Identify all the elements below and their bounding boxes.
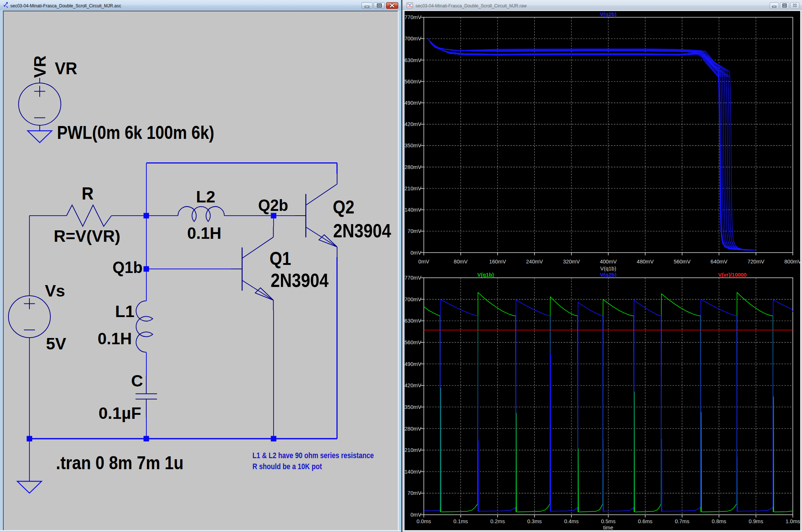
svg-text:0mV: 0mV <box>410 512 421 518</box>
svg-text:320mV: 320mV <box>563 259 580 265</box>
svg-text:210mV: 210mV <box>404 186 421 191</box>
svg-text:560mV: 560mV <box>404 339 421 345</box>
svg-text:490mV: 490mV <box>404 361 421 367</box>
svg-text:280mV: 280mV <box>404 164 421 170</box>
svg-text:0.1ms: 0.1ms <box>453 518 468 524</box>
svg-text:240mV: 240mV <box>526 259 543 265</box>
svg-text:770mV: 770mV <box>404 275 421 281</box>
svg-text:V(q1b): V(q1b) <box>477 272 494 278</box>
svg-text:480mV: 480mV <box>637 259 654 265</box>
svg-text:0.3ms: 0.3ms <box>527 518 542 524</box>
svg-text:0.6ms: 0.6ms <box>638 518 653 524</box>
svg-text:800mV: 800mV <box>784 259 801 265</box>
svg-text:420mV: 420mV <box>404 121 421 127</box>
svg-text:160mV: 160mV <box>489 259 506 265</box>
svg-text:0.4ms: 0.4ms <box>564 518 579 524</box>
svg-text:1.0ms: 1.0ms <box>785 518 800 524</box>
svg-text:560mV: 560mV <box>674 259 691 265</box>
svg-text:490mV: 490mV <box>404 100 421 106</box>
svg-text:280mV: 280mV <box>404 426 421 432</box>
svg-text:140mV: 140mV <box>404 469 421 475</box>
svg-text:0.8ms: 0.8ms <box>712 518 727 524</box>
svg-text:time: time <box>603 525 613 531</box>
svg-text:0.9ms: 0.9ms <box>749 518 763 524</box>
svg-text:350mV: 350mV <box>404 143 421 148</box>
svg-text:630mV: 630mV <box>404 57 421 63</box>
svg-text:700mV: 700mV <box>404 36 421 42</box>
svg-text:640mV: 640mV <box>710 259 727 265</box>
svg-text:0.7ms: 0.7ms <box>675 518 689 524</box>
svg-text:0mV: 0mV <box>418 259 429 265</box>
svg-text:V(vr)/10000: V(vr)/10000 <box>718 272 746 278</box>
svg-text:140mV: 140mV <box>404 207 421 213</box>
svg-text:420mV: 420mV <box>404 382 421 388</box>
svg-text:0.5ms: 0.5ms <box>601 518 616 524</box>
svg-text:560mV: 560mV <box>404 79 421 85</box>
svg-text:0mV: 0mV <box>410 250 421 256</box>
svg-text:210mV: 210mV <box>404 447 421 453</box>
svg-text:V(q2b): V(q2b) <box>600 272 616 278</box>
svg-text:720mV: 720mV <box>748 259 764 265</box>
svg-text:70mV: 70mV <box>407 228 421 234</box>
svg-text:630mV: 630mV <box>404 318 421 324</box>
svg-text:V(q2b): V(q2b) <box>600 11 616 17</box>
svg-text:80mV: 80mV <box>454 259 468 265</box>
svg-text:400mV: 400mV <box>600 259 617 265</box>
svg-text:V(q1b): V(q1b) <box>600 266 616 272</box>
svg-text:70mV: 70mV <box>407 490 421 496</box>
svg-text:0.2ms: 0.2ms <box>490 518 505 524</box>
svg-text:700mV: 700mV <box>404 296 421 302</box>
svg-text:770mV: 770mV <box>404 14 421 20</box>
svg-text:350mV: 350mV <box>404 404 421 410</box>
svg-text:0.0ms: 0.0ms <box>417 518 431 524</box>
